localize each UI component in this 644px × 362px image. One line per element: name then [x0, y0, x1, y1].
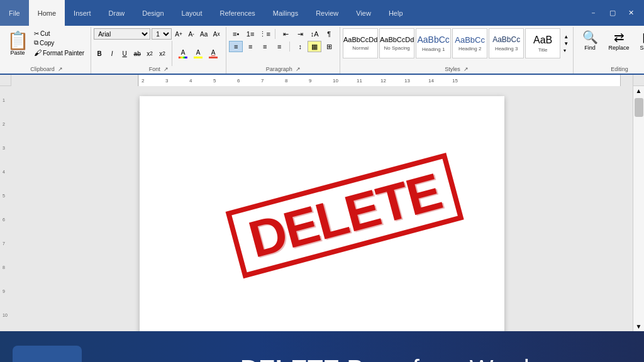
superscript-button[interactable]: x2 — [157, 48, 168, 59]
sort-button[interactable]: ↕A — [308, 28, 321, 40]
increase-indent-button[interactable]: ⇥ — [293, 28, 307, 40]
minimize-button[interactable]: － — [585, 7, 602, 19]
svg-text:4: 4 — [189, 78, 192, 84]
restore-button[interactable]: ▢ — [604, 8, 621, 18]
style-normal-preview: AaBbCcDd — [343, 36, 377, 44]
svg-rect-15 — [0, 86, 11, 331]
show-formatting-button[interactable]: ¶ — [322, 28, 336, 40]
ruler: 2 3 4 5 6 7 8 9 10 11 12 13 14 15 — [0, 75, 644, 86]
find-button[interactable]: 🔍 Find — [576, 28, 604, 52]
align-left-button[interactable]: ≡ — [229, 41, 243, 52]
subscript-button[interactable]: x2 — [144, 48, 155, 59]
copy-icon: ⧉ — [34, 39, 38, 47]
style-nospace[interactable]: AaBbCcDd No Spacing — [379, 28, 414, 58]
style-title[interactable]: AaB Title — [525, 28, 560, 58]
tab-layout[interactable]: Layout — [173, 0, 211, 26]
align-right-button[interactable]: ≡ — [258, 41, 272, 52]
scroll-down-button[interactable]: ▼ — [635, 322, 643, 331]
svg-text:9: 9 — [3, 289, 5, 293]
svg-text:9: 9 — [309, 78, 312, 84]
scroll-up-button[interactable]: ▲ — [635, 86, 643, 96]
svg-text:3: 3 — [165, 78, 169, 84]
paste-icon: 📋 — [7, 32, 29, 50]
ruler-area: 2 3 4 5 6 7 8 9 10 11 12 13 14 15 — [11, 75, 633, 86]
svg-text:6: 6 — [237, 78, 240, 84]
tab-file[interactable]: File — [0, 0, 29, 26]
strikethrough-button[interactable]: ab — [131, 48, 143, 59]
tab-help[interactable]: Help — [380, 0, 412, 26]
svg-text:6: 6 — [3, 217, 5, 222]
banner-title-rest: Page from Word — [340, 355, 530, 362]
style-nospace-label: No Spacing — [384, 45, 409, 51]
styles-row: AaBbCcDd Normal AaBbCcDd No Spacing AaBb… — [343, 28, 569, 58]
underline-button[interactable]: U — [119, 48, 130, 59]
ruler-right-margin — [620, 75, 633, 86]
copy-label: Copy — [40, 40, 54, 47]
font-color-button[interactable]: A — [206, 48, 220, 59]
justify-button[interactable]: ≡ — [272, 41, 286, 52]
style-h3-preview: AaBbCc — [492, 35, 520, 44]
cut-button[interactable]: ✂ Cut — [33, 30, 86, 38]
scrollbar-thumb[interactable] — [635, 98, 643, 117]
font-group-label: Font ↗ — [149, 66, 169, 72]
change-case-button[interactable]: Aa — [198, 28, 209, 40]
tab-references[interactable]: References — [211, 0, 264, 26]
font-size-selector[interactable]: 12 — [152, 28, 172, 40]
paste-label: Paste — [10, 50, 25, 56]
increase-font-button[interactable]: A+ — [173, 28, 184, 40]
vertical-scrollbar[interactable]: ▲ ▼ — [633, 86, 644, 331]
svg-text:13: 13 — [404, 78, 410, 84]
styles-scroll-up-button[interactable]: ▲ — [563, 33, 569, 40]
tab-view[interactable]: View — [347, 0, 380, 26]
numbering-button[interactable]: 1≡ — [243, 28, 257, 40]
tab-home[interactable]: Home — [29, 0, 65, 26]
sep3 — [289, 41, 290, 52]
italic-button[interactable]: I — [106, 48, 118, 59]
main-area: 1 2 3 4 5 6 7 8 9 10 DELETE ▲ ▼ — [0, 86, 644, 331]
style-h3[interactable]: AaBbCc Heading 3 — [489, 28, 524, 58]
multilevel-list-button[interactable]: ⋮≡ — [258, 28, 272, 40]
separator — [172, 41, 172, 66]
close-button[interactable]: ✕ — [623, 8, 639, 18]
tab-mailings[interactable]: Mailings — [264, 0, 307, 26]
decrease-indent-button[interactable]: ⇤ — [279, 28, 292, 40]
bullets-button[interactable]: ≡• — [229, 28, 243, 40]
tab-design[interactable]: Design — [133, 0, 172, 26]
line-spacing-button[interactable]: ↕ — [293, 41, 307, 52]
style-h2-label: Heading 2 — [458, 46, 481, 52]
svg-text:11: 11 — [357, 78, 362, 84]
tab-spacer — [412, 0, 585, 26]
bottom-banner: W DELETE Page from WordDocument — [0, 331, 644, 362]
highlight-bar — [194, 57, 203, 58]
shading-button[interactable]: ▦ — [308, 41, 321, 52]
font-selector[interactable]: Arial — [94, 28, 150, 40]
ruler-left-margin — [11, 75, 138, 86]
bold-button[interactable]: B — [94, 48, 105, 59]
format-painter-button[interactable]: 🖌 Format Painter — [33, 48, 86, 58]
style-normal[interactable]: AaBbCcDd Normal — [343, 28, 378, 58]
styles-scroll-down-button[interactable]: ▼ — [563, 40, 569, 47]
tab-insert[interactable]: Insert — [65, 0, 100, 26]
editing-row: 🔍 Find ⇄ Replace ▦ Select — [576, 28, 644, 52]
tab-review[interactable]: Review — [307, 0, 347, 26]
align-center-button[interactable]: ≡ — [243, 41, 257, 52]
cut-label: Cut — [40, 30, 50, 37]
clear-formatting-button[interactable]: Ax — [211, 28, 222, 40]
style-h2[interactable]: AaBbCc Heading 2 — [452, 28, 487, 58]
svg-text:3: 3 — [3, 146, 5, 150]
styles-group-label: Styles ↗ — [445, 66, 469, 72]
style-h1[interactable]: AaBbCc Heading 1 — [416, 28, 451, 58]
tab-draw[interactable]: Draw — [100, 0, 134, 26]
highlight-color-button[interactable]: A — [191, 48, 205, 59]
borders-button[interactable]: ⊞ — [322, 41, 336, 52]
styles-expand-button[interactable]: ▾ — [563, 47, 569, 54]
select-button[interactable]: ▦ Select — [634, 28, 644, 52]
replace-button[interactable]: ⇄ Replace — [605, 28, 633, 52]
banner-title-bold: DELETE — [240, 355, 340, 362]
format-painter-icon: 🖌 — [34, 48, 42, 57]
text-effects-button[interactable]: A — [176, 48, 190, 59]
style-normal-label: Normal — [352, 45, 369, 51]
decrease-font-button[interactable]: A- — [186, 28, 197, 40]
copy-button[interactable]: ⧉ Copy — [33, 38, 86, 47]
paste-button[interactable]: 📋 Paste — [5, 28, 30, 60]
